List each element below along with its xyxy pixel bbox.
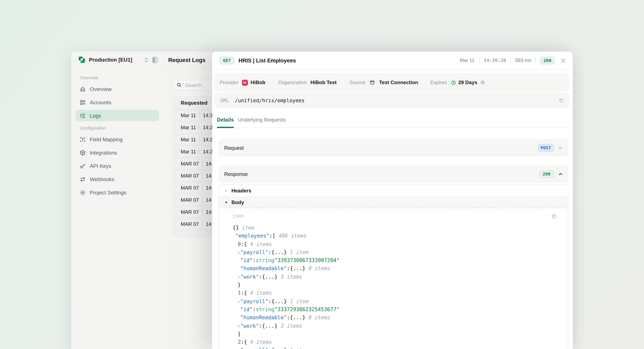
json-expand-icon[interactable]: > xyxy=(238,322,240,330)
json-token: : xyxy=(253,306,256,312)
sidebar-item-logs[interactable]: Logs xyxy=(76,110,159,121)
sidebar-item-label: Field Mapping xyxy=(90,136,123,142)
json-token: "3393730067333907204" xyxy=(274,257,340,264)
json-token: 0 items xyxy=(305,314,330,320)
sidebar-item-label: Logs xyxy=(90,112,101,118)
sidebar-item-integrations[interactable]: Integrations xyxy=(76,147,159,158)
sidebar-item-project-settings[interactable]: Project Settings xyxy=(76,187,159,198)
meta-date: Mar 11 xyxy=(460,58,474,63)
gear-icon xyxy=(80,190,86,196)
json-expand-icon[interactable]: > xyxy=(238,346,240,349)
body-toggle[interactable]: Body xyxy=(219,197,568,208)
json-token: "work" xyxy=(240,274,259,280)
url-value: /unified/hris/employees xyxy=(235,97,304,103)
key-icon xyxy=(80,163,86,169)
info-icon[interactable]: i xyxy=(480,80,484,84)
json-token: :{...} xyxy=(268,347,287,349)
json-token: 0 items xyxy=(305,266,330,272)
log-date: MAR 07 xyxy=(181,161,199,166)
json-token: 1 xyxy=(238,290,241,296)
json-token: 0 xyxy=(238,241,241,247)
json-line: "humanReadable":{...} 0 items xyxy=(233,264,556,273)
json-token: 406 items xyxy=(276,233,306,239)
provider-label: Provider xyxy=(220,80,238,85)
nav-section-overview: Overview xyxy=(80,75,159,81)
json-line: {1 item xyxy=(233,224,556,232)
copy-url-icon[interactable] xyxy=(559,98,564,103)
json-token: 4 items xyxy=(247,241,272,247)
panel-meta: Mar 11 14:39:28 583 ms 200 xyxy=(460,56,555,64)
triangle-right-icon xyxy=(224,189,228,193)
json-token: "id" xyxy=(240,257,253,264)
log-date: MAR 07 xyxy=(181,173,199,178)
chevron-up-icon[interactable] xyxy=(558,172,563,176)
json-token: } xyxy=(238,331,241,337)
json-line: >"payroll":{...} 1 item xyxy=(233,248,556,256)
json-token: 4 items xyxy=(247,339,272,345)
webhooks-icon xyxy=(80,176,86,182)
organization-value: HiBob Test xyxy=(310,80,336,85)
json-token: :{...} xyxy=(287,266,305,272)
divider xyxy=(202,161,202,166)
json-line: 0:{ 4 items xyxy=(233,240,556,248)
json-line: >"work":{...} 3 items xyxy=(233,322,556,330)
sidebar-item-label: API Keys xyxy=(90,163,111,169)
json-line: 2:{ 4 items xyxy=(233,338,556,346)
close-icon[interactable] xyxy=(561,58,566,63)
json-language-label: json xyxy=(233,213,556,218)
json-token: : xyxy=(253,257,256,264)
json-line: "employees":[ 406 items xyxy=(233,232,556,240)
headers-toggle[interactable]: Headers xyxy=(219,185,568,197)
json-token: "employees" xyxy=(235,233,269,239)
json-expand-icon[interactable]: > xyxy=(238,248,240,256)
body-label: Body xyxy=(232,200,244,205)
response-body-card: Headers Body json {1 item"employees":[ 4… xyxy=(218,184,568,349)
json-line: "id":string"3337293862325453677" xyxy=(233,306,556,314)
triangle-down-icon xyxy=(224,200,228,204)
app-window-icon xyxy=(369,79,376,86)
divider xyxy=(510,58,511,63)
json-token: "work" xyxy=(240,323,259,329)
divider xyxy=(202,197,202,202)
url-label: URL xyxy=(220,97,229,103)
log-date: MAR 07 xyxy=(181,209,199,215)
sidebar-collapse-icon[interactable] xyxy=(152,56,158,63)
tab-underlying-requests[interactable]: Underlying Requests xyxy=(238,117,286,128)
json-expand-icon[interactable]: > xyxy=(238,273,240,281)
divider xyxy=(202,185,202,190)
response-section[interactable]: Response 200 xyxy=(218,165,568,183)
divider xyxy=(479,58,479,63)
json-token: {1 xyxy=(233,224,239,231)
json-line: 1:{ 4 items xyxy=(233,289,556,297)
sidebar-item-label: Webhooks xyxy=(90,176,114,182)
json-expand-icon[interactable]: > xyxy=(238,297,240,306)
json-token: :{ xyxy=(241,290,247,296)
integrations-icon xyxy=(80,150,86,156)
json-line: >"payroll":{...} 1 item xyxy=(233,346,556,349)
json-token: 3 items xyxy=(278,274,302,280)
sidebar-item-field-mapping[interactable]: Field Mapping xyxy=(76,134,159,145)
project-selector[interactable]: Production [EU1] xyxy=(71,52,164,68)
json-token: 2 xyxy=(238,339,241,345)
log-detail-panel: GET HRIS | List Employees Mar 11 14:39:2… xyxy=(212,52,573,349)
panel-title: HRIS | List Employees xyxy=(238,58,296,64)
json-line: } xyxy=(233,330,556,338)
sidebar-item-overview[interactable]: Overview xyxy=(76,83,159,94)
chevron-down-icon[interactable] xyxy=(558,146,563,150)
json-token: "payroll" xyxy=(240,298,268,304)
divider xyxy=(199,125,200,130)
page-title: Request Logs xyxy=(168,56,206,63)
log-date: Mar 11 xyxy=(181,137,196,142)
json-token: "id" xyxy=(240,306,253,312)
log-date: MAR 07 xyxy=(181,197,199,203)
copy-json-icon[interactable] xyxy=(552,214,557,219)
sidebar-item-api-keys[interactable]: API Keys xyxy=(76,160,159,172)
project-switcher-icon[interactable] xyxy=(144,57,148,63)
source-value: Test Connection xyxy=(379,80,418,85)
json-line: >"work":{...} 3 items xyxy=(233,273,556,281)
json-token: 3 items xyxy=(278,323,302,329)
sidebar-item-webhooks[interactable]: Webhooks xyxy=(76,174,159,185)
sidebar-item-accounts[interactable]: Accounts xyxy=(76,96,159,108)
request-section[interactable]: Request POST xyxy=(218,139,568,156)
tab-details[interactable]: Details xyxy=(217,117,234,128)
